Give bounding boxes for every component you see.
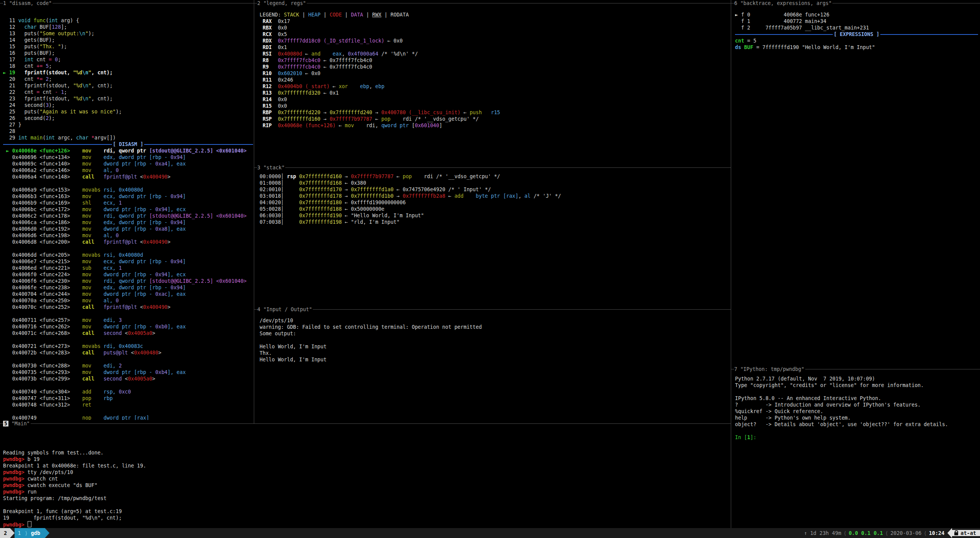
text-segment: pop [403,174,412,179]
up-arrow-icon: ↑ [804,530,807,536]
text-segment: \n [79,31,86,36]
text-segment: al, [91,298,116,303]
text-segment: nop [82,415,91,420]
text-segment: add [82,389,91,395]
text-segment: | [321,12,330,18]
terminal-line: Breakpoint 1, func (arg=5) at test.c:19 [3,508,728,515]
text-segment: 05:0028│ [260,206,299,212]
text-segment: BUF[ [36,24,52,30]
text-segment: 0x7fffffffd220 [278,110,321,115]
pane-ipython[interactable]: Python 2.7.17 (default, Nov 7 2019, 10:0… [735,376,978,527]
terminal-line: 02:0010│ 0x7fffffffd170 → 0x7fffffffd1a0… [260,186,730,193]
terminal-line: 21 fprintf(stdout, "%d\n", cnt); [3,82,253,89]
section-header: [ EXPRESSIONS ] [735,31,978,38]
terminal-line: pwndbg> run [3,489,728,495]
pane-registers[interactable]: LEGEND: STACK | HEAP | CODE | DATA | RWX… [260,11,730,164]
text-segment: 0x4006bc <func+172> [3,207,82,212]
terminal-line: ds BUF = 7fffffffd190 "Hello World, I'm … [735,44,978,51]
terminal-line: 0x400749 nop dword ptr [rax] [3,415,253,420]
text-segment: RDX [260,38,278,44]
text-segment: 0x400480 [134,350,158,356]
pane-io[interactable]: /dev/pts/10warning: GDB: Failed to set c… [260,317,730,420]
terminal-line: 04:0020│ 0x7fffffffd180 ← 0xffffd1900000… [260,199,730,206]
text-segment: mov [82,194,91,199]
text-segment: mov [82,148,91,154]
terminal-line: pwndbg> [3,521,728,528]
text-segment: 03:0018│ [260,193,299,199]
text-segment: , [369,84,375,89]
pane-backtrace[interactable]: ► f 0 40068e func+126 f 1 400772 main+34… [735,11,978,365]
text-segment: → [321,110,330,115]
text-segment: 2 [119,363,122,369]
terminal-line: 23 fprintf(stdout, "%d\n", cnt); [3,95,253,102]
text-segment: rdi, qword ptr [91,278,149,284]
text-segment: int [25,57,34,62]
text-segment: ← [393,174,403,179]
text-segment [94,376,104,382]
pane-source-disasm[interactable]: 11 void func(int arg) { 12 char BUF[128]… [3,11,253,420]
pane-title-ipython: 7 "IPython: tmp/pwndbg" [731,366,980,372]
text-segment: 0x400749 [3,415,82,420]
terminal-line: 28 [3,128,253,134]
window-index-badge[interactable]: 2 [0,528,10,538]
text-segment: RBX [260,25,278,31]
text-segment: mov [82,298,91,303]
text-segment: 5 [46,63,49,69]
terminal-line: ► 19 fprintf(stdout, "%d\n", cnt); [3,69,253,76]
text-segment: \n [82,96,88,102]
text-segment: 0x7fffffffd320 [278,90,321,96]
terminal-line: LEGEND: STACK | HEAP | CODE | DATA | RWX… [260,11,730,18]
terminal-line: pwndbg> cwatch execute "ds BUF" [3,482,728,489]
text-segment: 0x4006d0 <func+192> [3,226,82,232]
text-segment: 07:0038│ [260,219,299,225]
text-segment: mov [82,207,91,212]
terminal-line: Python 2.7.17 (default, Nov 7 2019, 10:0… [735,376,978,382]
terminal-line: 0x40070c <func+252> call fprintf@plt <0x… [3,304,253,310]
session-tab-gdb[interactable]: 1 ⟩ gdb [15,528,45,538]
text-segment: > [168,239,171,245]
text-segment: < [125,376,128,382]
terminal-line: 0x4006ca <func+186> mov edx, dword ptr [… [3,219,253,226]
padlock-icon [954,532,958,535]
text-segment: 0x4006d8 <func+200> [3,239,82,245]
terminal-line: RDX 0x7ffff7dd18c0 (_IO_stdfile_1_lock) … [260,38,730,44]
text-segment: ← 0x1 [321,90,339,96]
text-segment: mov [82,161,91,167]
text-segment: ← "rld, I'm Input" [342,219,400,225]
text-segment: 0x94 [171,194,183,199]
terminal-line: 0x4006d0 <func+192> mov dword ptr [rbp -… [3,226,253,232]
pane-name: "disasm, code" [6,0,52,6]
terminal-line: RSI 0x40080d ← and eax, 0x4f000a64 /* '%… [260,51,730,57]
text-segment: ← 0x0 [302,71,321,76]
text-segment: byte ptr [rax] [476,193,518,199]
text-segment: 0x4004b0 (_start) [278,84,330,89]
text-segment: char [76,135,89,141]
text-segment: 29 [3,135,18,141]
text-segment: r15 [491,110,500,115]
text-segment: ], eax [168,226,186,232]
text-segment: eax [333,51,342,57]
text-segment: 1 [119,200,122,206]
vertical-divider-right[interactable] [731,0,731,528]
text-segment: → [372,110,381,115]
text-segment: 24 second( [3,102,46,108]
text-segment: 0x94 [155,207,168,212]
text-segment: 0x400780 (__libc_csu_init) [381,110,460,115]
vertical-divider-left[interactable] [254,0,254,424]
text-segment: 1 [747,435,750,440]
terminal-line [3,245,253,252]
text-segment: cnt [39,89,55,95]
text-segment: [stdout@@GLIBC_2.2.5] <0x601040> [149,213,247,219]
text-segment: 0x4005a0 [128,376,153,382]
text-segment: rdi /* '__vdso_getcpu' */ [412,174,500,179]
text-segment: mov [82,272,91,277]
text-segment: 0x400696 <func+134> [3,154,82,160]
text-segment: second [104,330,125,336]
text-segment: movabs [82,343,100,349]
text-segment: fprintf@plt [104,304,140,310]
pane-gdb-console[interactable]: Reading symbols from test...done.pwndbg>… [3,430,728,528]
terminal-line: R15 0x0 [260,103,730,109]
terminal-line: Breakpoint 1 at 0x40068e: file test.c, l… [3,463,728,469]
pane-stack[interactable]: 00:0000│ rsp 0x7fffffffd160 → 0x7ffff7b9… [260,173,730,305]
terminal-line: f 1 400772 main+34 [735,18,978,25]
